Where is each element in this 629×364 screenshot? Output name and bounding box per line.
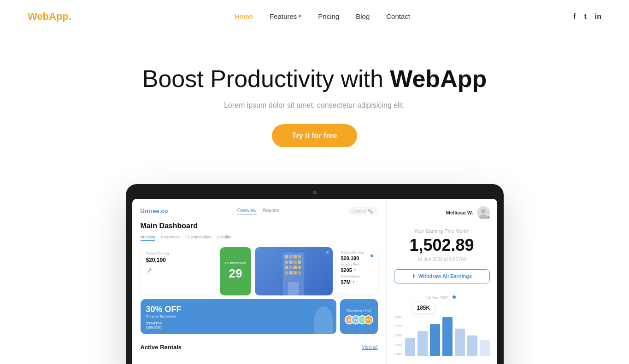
svg-rect-14 bbox=[289, 271, 293, 274]
svg-rect-5 bbox=[285, 260, 288, 264]
chart-tooltip-date: 14 Jun 2020 bbox=[426, 295, 449, 300]
promo-card: 30% OFF On your first rental START30 Cop… bbox=[141, 299, 336, 334]
logo-dot: . bbox=[69, 11, 71, 22]
nav-link-blog[interactable]: Blog bbox=[356, 12, 370, 20]
withdraw-button[interactable]: ⬆ Withdraw All Earnings bbox=[394, 269, 490, 283]
rent-label: Monthly Rent bbox=[341, 263, 373, 266]
chart-tooltip-value: 185K bbox=[412, 303, 435, 313]
rentals-header: Active Rentals View all bbox=[141, 344, 378, 351]
y-label-3: 150K bbox=[394, 333, 403, 337]
earning-date: 14 Jun 2020 at 9:00 AM bbox=[394, 257, 490, 262]
dashboard-left-panel: Untree.co Overview Reports Search 🔍 Main… bbox=[132, 199, 387, 364]
promo-subtitle: On your first rental bbox=[146, 314, 331, 318]
customization-card: Customization 29 bbox=[220, 247, 251, 295]
search-icon: 🔍 bbox=[368, 209, 373, 214]
navbar: WebApp. Home Features ▾ Pricing Blog Con… bbox=[0, 0, 629, 33]
rent-arrow: ▾ bbox=[354, 268, 356, 272]
dashboard-nav-overview[interactable]: Overview bbox=[237, 208, 257, 214]
balance-label: Total Balance bbox=[341, 275, 373, 278]
search-placeholder: Search bbox=[353, 209, 366, 214]
today-earning-value: $20,190 bbox=[341, 255, 364, 261]
nav-link-features[interactable]: Features ▾ bbox=[270, 12, 301, 20]
chart-dot bbox=[453, 295, 456, 299]
svg-rect-12 bbox=[298, 266, 301, 269]
svg-rect-13 bbox=[285, 271, 288, 274]
svg-rect-10 bbox=[289, 266, 293, 269]
chart-bar-3 bbox=[442, 317, 453, 356]
laptop-mockup: Untree.co Overview Reports Search 🔍 Main… bbox=[0, 166, 629, 364]
svg-rect-1 bbox=[285, 255, 288, 258]
dashboard-search[interactable]: Search 🔍 bbox=[348, 207, 378, 215]
chevron-down-icon: ▾ bbox=[299, 13, 301, 19]
laptop-camera bbox=[313, 191, 317, 194]
tab-customization[interactable]: Customization bbox=[185, 235, 212, 241]
promo-copy-link[interactable]: Copy code bbox=[146, 325, 331, 329]
hero-headline: Boost Productivity with WebApp bbox=[135, 65, 494, 93]
chart-bar-4 bbox=[455, 329, 465, 356]
svg-rect-11 bbox=[294, 266, 297, 269]
chart-area: 200K 175K 150K 125K 100K bbox=[394, 315, 490, 356]
nav-links: Home Features ▾ Pricing Blog Contact bbox=[235, 12, 410, 20]
building-card: ✕ bbox=[255, 247, 332, 295]
user-header: Mellissa W. bbox=[394, 206, 490, 219]
nav-link-contact[interactable]: Contact bbox=[386, 12, 410, 20]
dashboard-title: Main Dashboard bbox=[141, 222, 378, 230]
chart-bar-0 bbox=[405, 338, 415, 356]
y-label-1: 200K bbox=[394, 315, 403, 319]
customers-title: Customers List bbox=[347, 308, 371, 312]
earning-this-month-label: Your Earning This Month bbox=[394, 228, 490, 234]
features-label: Features bbox=[270, 12, 297, 20]
facebook-icon[interactable]: f bbox=[573, 12, 576, 21]
earnings-chart: 14 Jun 2020 185K 200K 175K 150K 125K 100… bbox=[394, 293, 490, 364]
dashboard-tabs: Booking Properties Customization Localit… bbox=[141, 235, 378, 241]
rent-value: $205 bbox=[341, 267, 352, 273]
svg-rect-16 bbox=[298, 271, 301, 274]
hero-section: Boost Productivity with WebApp Lorem ips… bbox=[0, 33, 629, 166]
svg-rect-4 bbox=[298, 255, 301, 258]
y-label-4: 125K bbox=[394, 343, 403, 347]
dashboard-nav-reports[interactable]: Reports bbox=[263, 208, 279, 214]
trend-icon: ↗ bbox=[146, 266, 211, 275]
chart-bar-5 bbox=[467, 335, 477, 356]
logo-text: WebApp. bbox=[28, 11, 71, 22]
nav-link-home[interactable]: Home bbox=[235, 12, 253, 20]
svg-rect-3 bbox=[294, 255, 297, 258]
nav-link-pricing[interactable]: Pricing bbox=[318, 12, 339, 20]
logo: WebApp. bbox=[28, 11, 71, 23]
customer-more: +3 bbox=[364, 315, 373, 324]
linkedin-icon[interactable]: in bbox=[595, 12, 601, 21]
chart-bar-1 bbox=[417, 331, 428, 356]
svg-rect-17 bbox=[288, 282, 299, 295]
svg-rect-9 bbox=[285, 266, 288, 269]
customer-avatars: A B C +3 bbox=[345, 315, 373, 324]
dashboard-header: Untree.co Overview Reports Search 🔍 bbox=[141, 207, 378, 215]
cta-button[interactable]: Try it for free bbox=[272, 124, 358, 147]
active-rentals-section: Active Rentals View all bbox=[141, 339, 378, 351]
svg-rect-6 bbox=[289, 260, 293, 264]
withdraw-label: Withdraw All Earnings bbox=[418, 273, 472, 279]
earning-value: $20,190 bbox=[146, 257, 211, 263]
svg-rect-8 bbox=[298, 260, 301, 264]
stats-panel: Today's Earning $20,190 Monthly Rent $20… bbox=[336, 247, 378, 295]
online-indicator bbox=[487, 216, 490, 219]
tab-booking[interactable]: Booking bbox=[141, 235, 156, 241]
svg-rect-15 bbox=[294, 271, 297, 274]
tab-properties[interactable]: Properties bbox=[161, 235, 180, 241]
chart-y-labels: 200K 175K 150K 125K 100K bbox=[394, 315, 403, 356]
promo-code: START30 bbox=[146, 321, 331, 325]
twitter-icon[interactable]: t bbox=[584, 12, 586, 21]
customization-value: 29 bbox=[229, 266, 242, 281]
dashboard-right-panel: Mellissa W. Your Earning This Month 1,50… bbox=[387, 199, 497, 364]
today-earning-label: Today's Earning bbox=[341, 251, 364, 254]
dashboard-logo: Untree.co bbox=[141, 208, 168, 214]
rentals-view-all[interactable]: View all bbox=[362, 345, 377, 350]
logo-wordmark: WebApp bbox=[28, 11, 69, 22]
building-image bbox=[255, 247, 332, 295]
withdraw-icon: ⬆ bbox=[411, 273, 416, 279]
hero-subtext: Lorem ipsum dolor sit amet, consectetur … bbox=[9, 101, 620, 110]
earning-this-month-value: 1,502.89 bbox=[394, 236, 490, 255]
chart-bar-2 bbox=[430, 324, 440, 356]
tab-locality[interactable]: Locality bbox=[217, 235, 231, 241]
promo-figure bbox=[314, 306, 333, 334]
balance-arrow: ▾ bbox=[353, 280, 355, 284]
